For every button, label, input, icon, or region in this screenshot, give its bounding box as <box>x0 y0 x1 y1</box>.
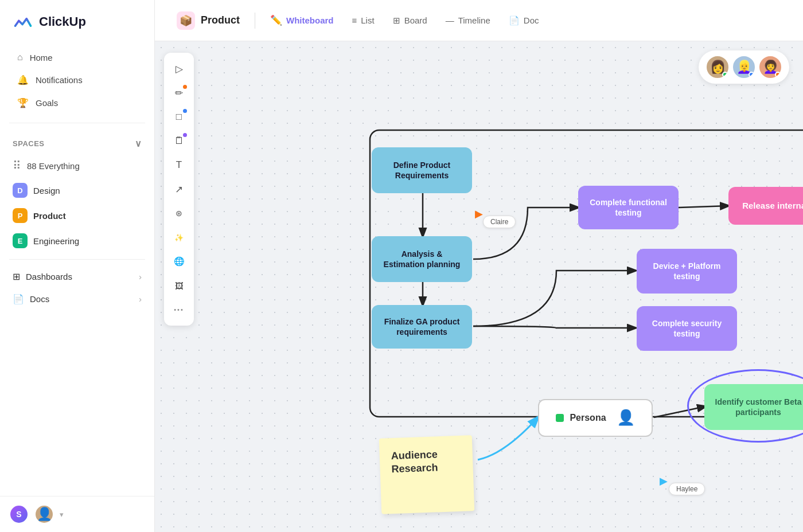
home-icon: ⌂ <box>17 52 23 62</box>
whiteboard-icon: ✏️ <box>270 14 282 26</box>
main-nav: ⌂ Home 🔔 Notifications 🏆 Goals <box>0 44 154 117</box>
project-name: Product <box>201 14 240 26</box>
node-finalize[interactable]: Finalize GA productrequirements <box>372 305 472 349</box>
tool-text[interactable]: T <box>169 155 189 175</box>
trophy-icon: 🏆 <box>17 97 29 108</box>
board-icon: ⊞ <box>393 15 400 26</box>
nav-home-label: Home <box>30 53 53 62</box>
tool-image[interactable]: 🖼 <box>169 275 189 296</box>
persona-avatar: 👤 <box>617 408 635 428</box>
project-selector[interactable]: 📦 Product <box>169 7 248 34</box>
divider-1 <box>9 123 145 123</box>
user-dropdown-arrow[interactable]: ▾ <box>60 510 64 519</box>
tab-doc[interactable]: 📄 Doc <box>501 11 547 30</box>
cursor-haylee-arrow: ▶ <box>660 475 668 487</box>
pen-dot <box>183 85 187 89</box>
sidebar: ClickUp ⌂ Home 🔔 Notifications 🏆 Goals S… <box>0 0 155 532</box>
node-identify[interactable]: Identify customer Betaparticipants <box>704 384 803 430</box>
nav-dashboards-label: Dashboards <box>26 272 72 281</box>
whiteboard-canvas[interactable]: ▷ ✏ □ 🗒 T ↗ ⊛ ✨ 🌐 🖼 ••• 👩 <box>155 41 803 532</box>
node-security[interactable]: Complete securitytesting <box>637 306 737 351</box>
tool-globe[interactable]: 🌐 <box>169 251 189 272</box>
engineering-dot: E <box>13 233 28 248</box>
tab-timeline[interactable]: — Timeline <box>438 11 498 30</box>
canvas-toolbar: ▷ ✏ □ 🗒 T ↗ ⊛ ✨ 🌐 🖼 ••• <box>164 53 194 326</box>
tab-timeline-label: Timeline <box>458 15 490 25</box>
docs-arrow: › <box>139 294 142 304</box>
status-dot-2 <box>749 72 754 77</box>
node-define[interactable]: Define ProductRequirements <box>372 147 472 193</box>
node-beta-internal[interactable]: Release internal Beta <box>728 187 803 225</box>
persona-dot <box>556 414 564 422</box>
app-name: ClickUp <box>39 14 86 29</box>
main-area: 📦 Product ✏️ Whiteboard ≡ List ⊞ Board —… <box>155 0 803 532</box>
docs-icon: 📄 <box>13 294 24 304</box>
tool-ai[interactable]: ✨ <box>169 227 189 248</box>
doc-icon: 📄 <box>509 15 520 26</box>
tool-more[interactable]: ••• <box>169 299 189 320</box>
spaces-collapse-icon[interactable]: ∨ <box>135 138 142 149</box>
node-analysis[interactable]: Analysis &Estimation planning <box>372 236 472 282</box>
nav-docs-label: Docs <box>30 294 49 304</box>
tab-divider <box>255 13 255 29</box>
dashboards-arrow: › <box>139 272 142 281</box>
node-persona[interactable]: Persona 👤 <box>538 399 653 437</box>
user-avatar-s[interactable]: S <box>9 504 29 524</box>
tab-whiteboard-label: Whiteboard <box>286 15 334 25</box>
space-everything[interactable]: ⠿ 88 Everything <box>5 154 150 178</box>
tab-board-label: Board <box>404 15 427 25</box>
tool-rect[interactable]: □ <box>169 107 189 127</box>
nav-dashboards[interactable]: ⊞ Dashboards › <box>5 265 150 288</box>
tool-mindmap[interactable]: ⊛ <box>169 203 189 224</box>
tab-list-label: List <box>361 15 374 25</box>
space-engineering[interactable]: E Engineering <box>5 228 150 253</box>
project-icon: 📦 <box>177 11 195 30</box>
nav-home[interactable]: ⌂ Home <box>5 46 150 68</box>
tool-pointer[interactable]: ▷ <box>169 58 189 79</box>
space-design[interactable]: D Design <box>5 178 150 203</box>
tool-arrow[interactable]: ↗ <box>169 179 189 200</box>
nav-goals[interactable]: 🏆 Goals <box>5 92 150 114</box>
collaborator-avatars: 👩 👱‍♀️ 👩‍🦱 <box>699 50 789 84</box>
bottom-nav: ⊞ Dashboards › 📄 Docs › <box>0 265 154 310</box>
sticky-audience-research[interactable]: AudienceResearch <box>379 435 475 514</box>
nav-goals-label: Goals <box>36 98 58 108</box>
collab-avatar-3: 👩‍🦱 <box>758 55 782 79</box>
space-product[interactable]: P Product <box>5 203 150 228</box>
list-icon: ≡ <box>352 15 357 25</box>
bell-icon: 🔔 <box>17 75 29 85</box>
tab-board[interactable]: ⊞ Board <box>385 11 435 30</box>
status-dot-3 <box>775 72 781 77</box>
tool-pen[interactable]: ✏ <box>169 83 189 103</box>
cursor-haylee: Haylee <box>669 483 705 495</box>
nav-docs[interactable]: 📄 Docs › <box>5 288 150 310</box>
space-product-label: Product <box>33 211 66 221</box>
design-dot: D <box>13 183 28 198</box>
spaces-header: Spaces ∨ <box>0 129 154 154</box>
tab-list[interactable]: ≡ List <box>344 11 383 30</box>
tab-whiteboard[interactable]: ✏️ Whiteboard <box>262 10 342 31</box>
dashboards-icon: ⊞ <box>13 271 20 282</box>
collab-avatar-1: 👩 <box>705 55 730 79</box>
node-functional[interactable]: Complete functionaltesting <box>578 186 679 229</box>
product-dot: P <box>13 208 28 223</box>
space-engineering-label: Engineering <box>33 236 79 246</box>
spaces-list: ⠿ 88 Everything D Design P Product E Eng… <box>0 154 154 253</box>
sticky-dot <box>183 133 187 137</box>
divider-2 <box>9 259 145 260</box>
clickup-logo-icon <box>13 11 33 32</box>
nav-notifications[interactable]: 🔔 Notifications <box>5 69 150 91</box>
collab-avatar-2: 👱‍♀️ <box>732 55 756 79</box>
tool-sticky[interactable]: 🗒 <box>169 131 189 151</box>
rect-dot <box>183 109 187 113</box>
tab-doc-label: Doc <box>524 15 539 25</box>
timeline-icon: — <box>446 15 454 25</box>
persona-label: Persona <box>570 412 606 424</box>
cursor-claire-arrow: ▶ <box>475 208 483 220</box>
nav-notifications-label: Notifications <box>36 75 83 85</box>
logo: ClickUp <box>0 0 154 44</box>
node-device[interactable]: Device + Platformtesting <box>637 249 737 294</box>
user-avatar-photo: 👤 <box>34 504 54 524</box>
grid-icon: ⠿ <box>13 159 21 173</box>
space-design-label: Design <box>33 186 60 195</box>
